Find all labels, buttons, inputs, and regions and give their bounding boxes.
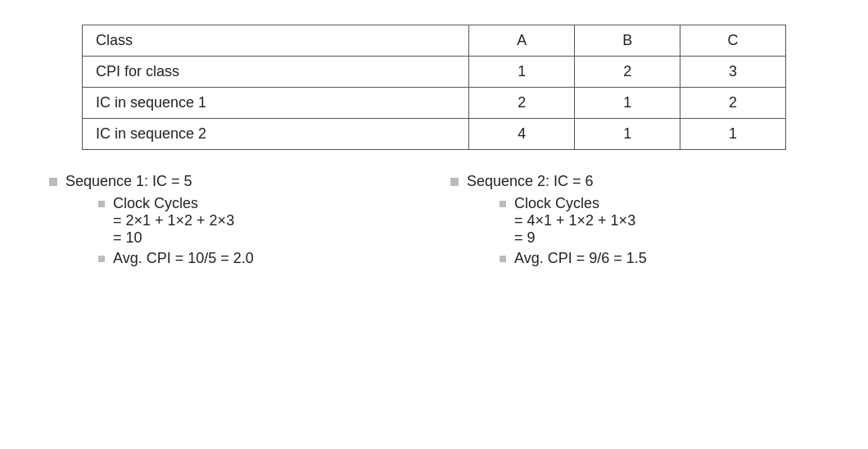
seq1-clock-block: Clock Cycles = 2×1 + 1×2 + 2×3 = 10 [113,195,234,247]
row3-a: 4 [469,119,575,150]
content-row: Sequence 1: IC = 5 Clock Cycles = 2×1 + … [33,173,835,270]
seq2-formula2: = 9 [514,229,635,247]
seq2-clock-label: Clock Cycles [514,195,635,212]
seq2-details: Clock Cycles = 4×1 + 1×2 + 1×3 = 9 Avg. … [475,195,819,270]
seq2-clock-heading: Clock Cycles = 4×1 + 1×2 + 1×3 = 9 [500,195,819,247]
seq1-clock-label: Clock Cycles [113,195,234,212]
seq2-label: Sequence 2: IC = 6 [467,173,594,190]
seq1-formula1: = 2×1 + 1×2 + 2×3 [113,212,234,229]
seq1-heading: Sequence 1: IC = 5 [49,173,418,190]
bullet-icon-avg2 [500,256,506,262]
row1-label: CPI for class [83,57,469,88]
left-column: Sequence 1: IC = 5 Clock Cycles = 2×1 + … [33,173,434,270]
row1-c: 3 [680,57,786,88]
row2-c: 2 [680,88,786,119]
bullet-icon-clock2 [500,201,506,207]
seq2-avg-label: Avg. CPI = 9/6 = 1.5 [514,250,647,267]
table-header-row: Class A B C [83,25,786,57]
seq2-clock-block: Clock Cycles = 4×1 + 1×2 + 1×3 = 9 [514,195,635,247]
seq2-avg-cpi: Avg. CPI = 9/6 = 1.5 [500,250,819,267]
header-class: Class [83,25,469,57]
row3-label: IC in sequence 2 [83,119,469,150]
table-row: IC in sequence 2 4 1 1 [83,119,786,150]
row2-b: 1 [575,88,680,119]
seq1-label: Sequence 1: IC = 5 [66,173,192,190]
bullet-icon-clock1 [98,201,105,207]
right-column: Sequence 2: IC = 6 Clock Cycles = 4×1 + … [434,173,835,270]
row1-a: 1 [469,57,575,88]
table-row: CPI for class 1 2 3 [83,57,786,88]
row2-label: IC in sequence 1 [83,88,469,119]
table-row: IC in sequence 1 2 1 2 [83,88,786,119]
row1-b: 2 [575,57,680,88]
bullet-icon-seq2 [450,178,459,186]
data-table: Class A B C CPI for class 1 2 3 IC in se… [82,25,786,150]
header-b: B [575,25,680,57]
seq1-formula2: = 10 [113,229,234,247]
row2-a: 2 [469,88,575,119]
header-c: C [680,25,786,57]
seq2-heading: Sequence 2: IC = 6 [450,173,819,190]
bullet-icon-avg1 [98,256,105,262]
seq1-clock-heading: Clock Cycles = 2×1 + 1×2 + 2×3 = 10 [98,195,418,247]
main-table-container: Class A B C CPI for class 1 2 3 IC in se… [82,25,786,150]
row3-b: 1 [575,119,680,150]
seq2-formula1: = 4×1 + 1×2 + 1×3 [514,212,635,229]
bullet-icon-seq1 [49,178,57,186]
seq1-avg-label: Avg. CPI = 10/5 = 2.0 [113,250,254,267]
row3-c: 1 [680,119,786,150]
header-a: A [469,25,575,57]
seq1-details: Clock Cycles = 2×1 + 1×2 + 2×3 = 10 Avg.… [74,195,418,270]
seq1-avg-cpi: Avg. CPI = 10/5 = 2.0 [98,250,418,267]
